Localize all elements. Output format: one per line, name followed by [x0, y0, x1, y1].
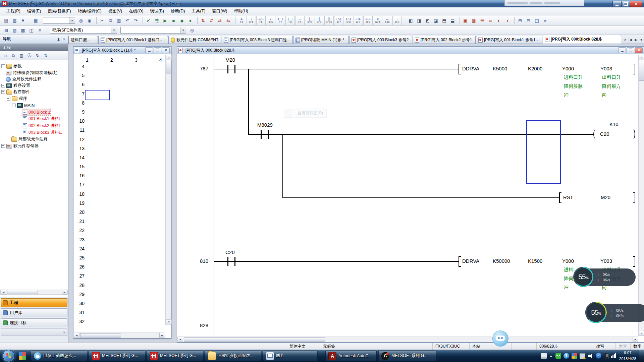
- ladder-symbol-button[interactable]: ┼cF9: [315, 16, 324, 25]
- ladder-symbol-button[interactable]: ⊣⊢F5: [237, 16, 246, 25]
- volume-icon[interactable]: [588, 353, 593, 359]
- close-panel-button[interactable]: ×: [61, 37, 67, 42]
- dock-button-project[interactable]: 工程: [1, 298, 67, 307]
- instruction-opcode[interactable]: DDRVA: [462, 258, 479, 264]
- scroll-right-arrow[interactable]: ▶: [159, 333, 165, 338]
- instruction-operand[interactable]: Y000: [562, 65, 574, 72]
- window-toolbar-icon[interactable]: ⊟: [524, 16, 533, 24]
- contact-device-label[interactable]: M20: [225, 57, 235, 63]
- instruction-operand[interactable]: K50000: [493, 258, 510, 264]
- docking-toolbar-icon[interactable]: ▤: [10, 26, 19, 34]
- color-grid-icon[interactable]: [572, 353, 577, 359]
- file-toolbar-icon[interactable]: ▼: [19, 16, 27, 24]
- block828-window-titlebar[interactable]: [PRG]写入 000:Block 828步: [177, 47, 644, 54]
- combo-dropdown-arrow[interactable]: ▼: [111, 27, 117, 33]
- ladder-symbol-button[interactable]: ⊣↓⊢aF8: [363, 16, 373, 25]
- color-grid-launcher-icon[interactable]: [19, 352, 26, 360]
- close-tab-button[interactable]: ✕: [623, 38, 628, 42]
- scroll-up-arrow[interactable]: ▲: [639, 55, 644, 60]
- tree-toolbar-icon[interactable]: ↻: [34, 52, 42, 59]
- ladder-symbol-button[interactable]: (R)sF8: [344, 16, 353, 25]
- ladder-symbol-button[interactable]: ⇓sF6: [266, 16, 275, 25]
- thunder-download-icon[interactable]: [564, 353, 569, 359]
- tab-prg-write-003-step[interactable]: [PRG]写入 003:Block3 步号2: [349, 36, 412, 44]
- tree-item-pou[interactable]: 程序部件: [1, 89, 30, 95]
- tree-item-special-module[interactable]: 特殊模块(智能功能模块): [6, 70, 57, 76]
- taskbar-button-pictures[interactable]: 图片: [263, 351, 318, 361]
- menu-item[interactable]: 视图(V): [105, 7, 125, 15]
- tab-prg-write-001-step[interactable]: [PRG]写入 001:Block1 步号14 ...: [476, 36, 542, 44]
- edit-toolbar-icon[interactable]: ↷: [131, 16, 140, 24]
- tree-item-device-memory[interactable]: 软元件存储器: [1, 143, 39, 149]
- monitor-toolbar-icon[interactable]: ▩: [470, 16, 478, 24]
- tree-horizontal-scrollbar[interactable]: ◀ ▶: [0, 290, 68, 295]
- scroll-right-arrow[interactable]: ▶: [62, 290, 67, 295]
- instruction-operand[interactable]: K5000: [493, 65, 507, 72]
- scrollbar-thumb[interactable]: [166, 60, 171, 74]
- network-signal-icon[interactable]: [611, 353, 617, 359]
- ladder-symbol-button[interactable]: ¬aF9: [392, 16, 402, 25]
- scrollbar-thumb[interactable]: [639, 60, 644, 81]
- show-desktop-button[interactable]: [639, 350, 644, 362]
- compile-toolbar-icon[interactable]: ■: [169, 16, 178, 24]
- taskbar-button-gtdesigner[interactable]: GMELSOFT系列 G...: [378, 351, 436, 361]
- tree-item-program[interactable]: 程序: [7, 96, 27, 102]
- block1-vertical-scrollbar[interactable]: ▲ ▼: [165, 55, 171, 325]
- tree-item-block-002[interactable]: 002:Block2 进料口: [22, 123, 63, 129]
- menu-item[interactable]: 转换/编译(C): [75, 7, 105, 15]
- instruction-opcode[interactable]: DDRVA: [462, 65, 479, 72]
- ladder-symbol-button[interactable]: │sF9: [305, 16, 314, 25]
- menu-item[interactable]: 帮助(H): [231, 7, 251, 15]
- scroll-left-arrow[interactable]: ◀: [1, 290, 6, 295]
- ladder-symbol-button[interactable]: ( )F7: [276, 16, 285, 25]
- menu-item[interactable]: 编辑(E): [24, 7, 44, 15]
- expander-icon[interactable]: [7, 97, 10, 101]
- docking-toolbar-icon[interactable]: ▦: [19, 26, 27, 34]
- search-toolbar-icon[interactable]: ◉: [85, 16, 94, 24]
- print-toolbar-icon[interactable]: ▦: [32, 16, 40, 24]
- tree-toolbar-icon[interactable]: ⇅: [42, 52, 50, 59]
- tab-feed-port[interactable]: 进料口搬...: [68, 36, 98, 44]
- scroll-down-arrow[interactable]: ▼: [639, 331, 644, 336]
- expander-icon[interactable]: [1, 84, 5, 87]
- close-button[interactable]: ×: [630, 1, 642, 7]
- wechat-icon[interactable]: [555, 353, 561, 359]
- window-toolbar-icon[interactable]: ◫: [533, 16, 541, 24]
- view-toolbar-icon[interactable]: ⬒: [440, 16, 448, 24]
- tree-item-program-setting[interactable]: 程序设置: [1, 82, 30, 89]
- scroll-left-arrow[interactable]: ◀: [177, 337, 183, 342]
- taskbar-clock[interactable]: 9:07 2018/4/28: [619, 350, 636, 362]
- child-restore-button[interactable]: [154, 47, 161, 53]
- contact-device-label[interactable]: C20: [225, 249, 235, 256]
- tree-toolbar-icon[interactable]: ⓘ: [25, 52, 34, 59]
- program-view-combo[interactable]: 程序(SFC块列表)▼: [50, 27, 117, 34]
- ladder-horizontal-scrollbar[interactable]: ◀ ▶: [177, 337, 638, 342]
- child-minimize-button[interactable]: [618, 47, 626, 53]
- menu-item[interactable]: 搜索/替换(F): [45, 7, 74, 15]
- start-button[interactable]: [3, 350, 15, 362]
- scroll-tabs-left-button[interactable]: ◀: [628, 38, 633, 42]
- file-toolbar-icon[interactable]: ▤: [2, 16, 10, 24]
- menu-item[interactable]: 调试(B): [147, 7, 167, 15]
- minimize-button[interactable]: [612, 1, 621, 7]
- tree-item-main[interactable]: MAIN: [12, 102, 35, 109]
- tree-item-parameters[interactable]: 参数: [1, 63, 22, 69]
- docking-toolbar-icon[interactable]: ⊞: [2, 26, 10, 34]
- scrollbar-thumb[interactable]: [184, 337, 325, 342]
- contact-device-label[interactable]: M8029: [257, 122, 273, 128]
- expander-icon[interactable]: [1, 64, 5, 68]
- expander-icon[interactable]: [1, 144, 5, 148]
- plc-transfer-toolbar-icon[interactable]: ⇄: [216, 16, 224, 24]
- maximize-button[interactable]: [621, 1, 630, 7]
- ladder-symbol-button[interactable]: ▭F10: [383, 16, 392, 25]
- scroll-right-arrow[interactable]: ▶: [633, 337, 638, 342]
- tray-expand-icon[interactable]: ▲: [549, 353, 553, 359]
- menu-item[interactable]: 在线(O): [126, 7, 146, 15]
- plc-transfer-toolbar-icon[interactable]: ⇅: [199, 16, 207, 24]
- tree-item-local-comment[interactable]: 局部软元件注释: [11, 136, 48, 142]
- expander-icon[interactable]: [12, 104, 16, 107]
- instruction-opcode[interactable]: RST: [563, 194, 573, 201]
- menu-item[interactable]: 窗口(W): [209, 7, 230, 15]
- scroll-tabs-right-button[interactable]: ▶: [633, 38, 639, 42]
- compile-toolbar-icon[interactable]: ●: [186, 16, 195, 24]
